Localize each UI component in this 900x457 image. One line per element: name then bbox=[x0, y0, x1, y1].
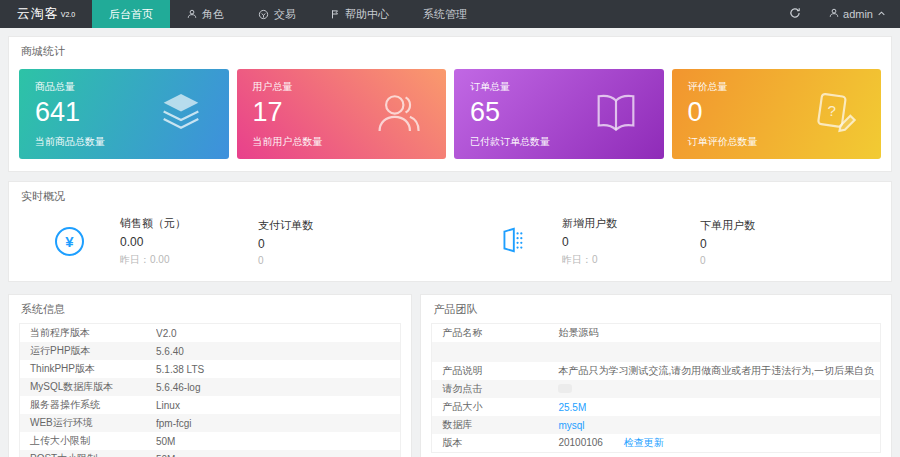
table-row: 当前程序版本 V2.0 bbox=[20, 324, 400, 342]
database-link[interactable]: mysql bbox=[558, 420, 584, 431]
realtime-group-paid-orders: 支付订单数 0 0 bbox=[258, 218, 396, 266]
table-row: 数据库 mysql bbox=[432, 416, 880, 434]
system-info-title: 系统信息 bbox=[9, 295, 411, 321]
product-team-panel: 产品团队 产品名称 始景源码 产品说明 本产品只为学习测试交流,请勿用做商业或者… bbox=[420, 294, 892, 457]
refresh-icon bbox=[789, 7, 801, 21]
nav-item-home[interactable]: 后台首页 bbox=[92, 0, 170, 28]
nav-item-system[interactable]: 系统管理 bbox=[406, 0, 484, 28]
logo-version: V2.0 bbox=[61, 11, 75, 18]
table-row: MySQL数据库版本 5.6.46-log bbox=[20, 378, 400, 396]
hidden-link-placeholder[interactable] bbox=[558, 384, 572, 393]
user-icon bbox=[829, 8, 839, 20]
realtime-group-sales: 销售额（元） 0.00 昨日：0.00 bbox=[120, 216, 258, 267]
realtime-panel-title: 实时概况 bbox=[9, 182, 891, 208]
nav-item-help[interactable]: 帮助中心 bbox=[313, 0, 406, 28]
realtime-group-new-users: 新增用户数 0 昨日：0 bbox=[562, 216, 700, 267]
user-menu[interactable]: admin bbox=[815, 0, 900, 28]
realtime-row: ¥ 销售额（元） 0.00 昨日：0.00 支付订单数 0 0 bbox=[9, 208, 891, 281]
yuan-circle-icon: ¥ bbox=[55, 227, 84, 256]
bottom-row: 系统信息 当前程序版本 V2.0 运行PHP版本 5.6.40 ThinkPHP… bbox=[8, 294, 892, 457]
table-row: 请勿点击 bbox=[432, 380, 880, 398]
app-logo: 云淘客 V2.0 bbox=[0, 0, 92, 28]
users-icon bbox=[372, 87, 424, 142]
svg-text:?: ? bbox=[828, 102, 836, 119]
nav-spacer bbox=[484, 0, 775, 28]
table-row: 版本 20100106 检查更新 bbox=[432, 434, 880, 452]
stat-card-users: 用户总量 17 当前用户总数量 bbox=[237, 69, 447, 159]
product-team-table: 产品名称 始景源码 产品说明 本产品只为学习测试交流,请勿用做商业或者用于违法行… bbox=[431, 323, 881, 453]
layers-icon bbox=[155, 87, 207, 142]
realtime-group-ordering-users: 下单用户数 0 0 bbox=[700, 218, 838, 266]
file-edit-icon: ? bbox=[807, 87, 859, 142]
table-row-empty bbox=[432, 342, 880, 362]
table-row: ThinkPHP版本 5.1.38 LTS bbox=[20, 360, 400, 378]
realtime-left: ¥ 销售额（元） 0.00 昨日：0.00 支付订单数 0 0 bbox=[9, 216, 450, 267]
table-row: POST大小限制 50M bbox=[20, 450, 400, 457]
building-door-icon bbox=[496, 225, 526, 258]
flag-icon bbox=[330, 9, 340, 19]
stats-panel: 商城统计 商品总量 641 当前商品总数量 用户总量 17 当前用户总数量 bbox=[8, 36, 892, 172]
product-team-title: 产品团队 bbox=[421, 295, 891, 321]
stat-cards-row: 商品总量 641 当前商品总数量 用户总量 17 当前用户总数量 bbox=[9, 63, 891, 171]
table-row: 上传大小限制 50M bbox=[20, 432, 400, 450]
version-value: 20100106 bbox=[558, 437, 603, 448]
system-info-panel: 系统信息 当前程序版本 V2.0 运行PHP版本 5.6.40 ThinkPHP… bbox=[8, 294, 412, 457]
nav-item-roles[interactable]: 角色 bbox=[170, 0, 241, 28]
table-row: 产品名称 始景源码 bbox=[432, 324, 880, 342]
user-icon bbox=[187, 9, 197, 19]
refresh-button[interactable] bbox=[775, 0, 815, 28]
coin-icon bbox=[258, 9, 269, 20]
table-row: 服务器操作系统 Linux bbox=[20, 396, 400, 414]
stat-card-orders: 订单总量 65 已付款订单总数量 bbox=[454, 69, 664, 159]
check-update-link[interactable]: 检查更新 bbox=[624, 437, 664, 448]
realtime-panel: 实时概况 ¥ 销售额（元） 0.00 昨日：0.00 支付订单数 0 0 bbox=[8, 181, 892, 282]
top-navbar: 云淘客 V2.0 后台首页 角色 交易 帮助中心 系统管理 bbox=[0, 0, 900, 28]
product-size-link[interactable]: 25.5M bbox=[558, 402, 586, 413]
stat-card-products: 商品总量 641 当前商品总数量 bbox=[19, 69, 229, 159]
nav-item-trade[interactable]: 交易 bbox=[241, 0, 313, 28]
username: admin bbox=[843, 8, 873, 20]
realtime-right: 新增用户数 0 昨日：0 下单用户数 0 0 bbox=[450, 216, 891, 267]
table-row: 运行PHP版本 5.6.40 bbox=[20, 342, 400, 360]
logo-text: 云淘客 bbox=[17, 5, 59, 23]
book-icon bbox=[590, 87, 642, 142]
table-row: 产品大小 25.5M bbox=[432, 398, 880, 416]
system-info-table: 当前程序版本 V2.0 运行PHP版本 5.6.40 ThinkPHP版本 5.… bbox=[19, 323, 401, 457]
table-row: 产品说明 本产品只为学习测试交流,请勿用做商业或者用于违法行为,一切后果自负 bbox=[432, 362, 880, 380]
table-row: WEB运行环境 fpm-fcgi bbox=[20, 414, 400, 432]
stat-card-reviews: 评价总量 0 订单评价总数量 ? bbox=[672, 69, 882, 159]
stats-panel-title: 商城统计 bbox=[9, 37, 891, 63]
chevron-up-icon bbox=[877, 8, 886, 20]
